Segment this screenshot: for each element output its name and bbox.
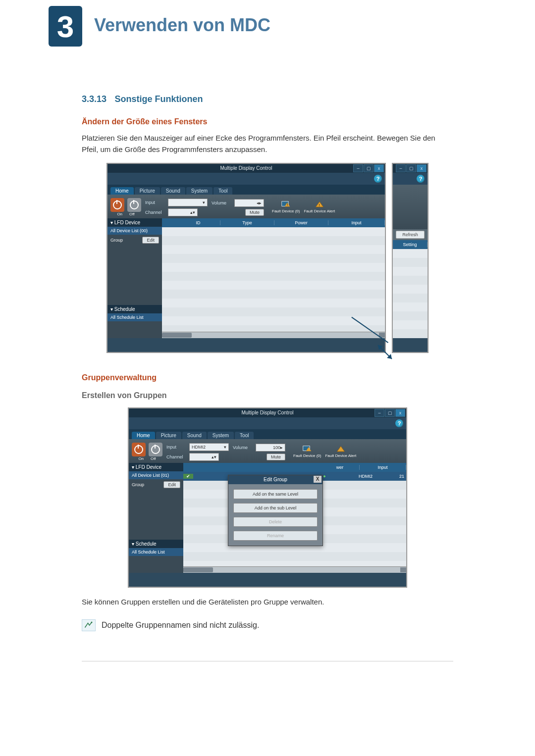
screenshot-resize-wrapper: Multiple Display Control – ▢ x ? Home Pi…: [82, 163, 453, 353]
add-same-level-button[interactable]: Add on the same Level: [233, 489, 318, 499]
scrollbar-thumb[interactable]: [162, 333, 192, 338]
paragraph-resize: Platzieren Sie den Mauszeiger auf einer …: [82, 132, 453, 155]
side-lfd[interactable]: ▾ LFD Device: [129, 463, 183, 471]
side-lfd[interactable]: ▾ LFD Device: [107, 218, 162, 227]
volume-label: Volume: [212, 201, 232, 205]
svg-text:!: !: [287, 203, 288, 206]
power-off-button[interactable]: [127, 198, 141, 212]
paragraph-groups: Sie können Gruppen erstellen und die Ger…: [82, 596, 453, 607]
alert-triangle-icon: [336, 446, 345, 453]
chapter-badge: 3: [49, 6, 82, 47]
side-schedule[interactable]: ▾ Schedule: [107, 305, 162, 313]
minimize-button[interactable]: –: [353, 164, 363, 172]
col-power[interactable]: Power: [274, 220, 328, 225]
alert-triangle-icon: !: [315, 201, 324, 208]
edit-group-dialog: Edit Group X Add on the same Level Add o…: [228, 475, 323, 546]
volume-spin[interactable]: 100 ▸: [256, 444, 285, 452]
tab-home[interactable]: Home: [132, 432, 155, 439]
add-sub-level-button[interactable]: Add on the sub Level: [233, 503, 318, 513]
tab-picture[interactable]: Picture: [156, 432, 181, 439]
side-all-devices[interactable]: All Device List (01): [129, 471, 183, 479]
power-icon: [134, 445, 143, 454]
mute-button[interactable]: Mute: [245, 209, 264, 216]
maximize-button[interactable]: ▢: [406, 164, 416, 172]
tab-tool[interactable]: Tool: [235, 432, 254, 439]
power-icon: [130, 201, 139, 209]
resize-cursor-icon: [375, 342, 395, 362]
side-edit-button[interactable]: Edit: [142, 237, 159, 244]
footer-divider: [82, 661, 453, 661]
chapter-title: Verwenden von MDC: [94, 15, 270, 36]
close-button[interactable]: x: [374, 164, 384, 172]
power-on-button[interactable]: [110, 198, 124, 212]
col-id[interactable]: ID: [176, 220, 220, 225]
mdc-tabs: Home Picture Sound System Tool: [107, 185, 385, 195]
monitor-alert-icon: !: [281, 201, 290, 208]
mute-button[interactable]: Mute: [267, 454, 285, 460]
monitor-alert-icon: [303, 446, 312, 453]
subhead-resize: Ändern der Größe eines Fensters: [82, 117, 453, 126]
maximize-button[interactable]: ▢: [385, 409, 395, 417]
horizontal-scrollbar[interactable]: [183, 566, 406, 573]
tab-home[interactable]: Home: [110, 187, 134, 195]
subhead-groups: Gruppenverwaltung: [82, 373, 453, 382]
fault-device-alert[interactable]: ! Fault Device Alert: [304, 201, 335, 213]
fault-device-alert[interactable]: Fault Device Alert: [325, 446, 356, 458]
help-icon[interactable]: ?: [417, 175, 425, 183]
channel-label: Channel: [145, 210, 166, 215]
dialog-delete-button[interactable]: Delete: [233, 517, 318, 527]
side-edit-button[interactable]: Edit: [163, 481, 180, 488]
col-setting[interactable]: Setting: [393, 242, 428, 247]
refresh-button[interactable]: Refresh: [396, 231, 425, 239]
tab-system[interactable]: System: [208, 432, 234, 439]
side-schedule[interactable]: ▾ Schedule: [129, 540, 183, 548]
device-grid: ID Type Power Input: [162, 218, 385, 338]
power-off-label: Off: [129, 212, 135, 216]
input-combo[interactable]: HDMI2▾: [189, 443, 229, 451]
col-type[interactable]: Type: [220, 220, 274, 225]
side-group-label: Group: [110, 238, 123, 243]
fault-device-count[interactable]: ! Fault Device (0): [272, 201, 300, 213]
horizontal-scrollbar[interactable]: [162, 332, 385, 338]
col-input[interactable]: Input: [328, 220, 385, 225]
scrollbar-right-icon[interactable]: [400, 567, 406, 572]
channel-spin[interactable]: ▴▾: [189, 453, 219, 461]
tab-tool[interactable]: Tool: [214, 187, 232, 195]
tab-picture[interactable]: Picture: [135, 187, 160, 195]
side-all-schedule[interactable]: All Schedule List: [107, 313, 162, 321]
close-button[interactable]: x: [395, 409, 405, 417]
note-icon: [82, 619, 96, 631]
input-combo[interactable]: ▾: [168, 199, 208, 206]
tab-sound[interactable]: Sound: [161, 187, 185, 195]
svg-text:!: !: [319, 203, 320, 207]
side-all-schedule[interactable]: All Schedule List: [129, 548, 183, 556]
fault-device-count[interactable]: Fault Device (0): [293, 446, 321, 458]
minimize-button[interactable]: –: [396, 164, 406, 172]
volume-spin[interactable]: ◂▸: [234, 199, 264, 207]
note-row: Doppelte Gruppennamen sind nicht zulässi…: [82, 619, 453, 631]
power-icon: [151, 445, 160, 454]
dialog-rename-button[interactable]: Rename: [233, 531, 318, 541]
input-label: Input: [166, 445, 187, 450]
subhead-create-groups: Erstellen von Gruppen: [82, 391, 453, 400]
channel-spin[interactable]: ▴▾: [168, 208, 198, 216]
maximize-button[interactable]: ▢: [364, 164, 374, 172]
power-on-button[interactable]: [132, 443, 146, 456]
minimize-button[interactable]: –: [374, 409, 384, 417]
tab-sound[interactable]: Sound: [182, 432, 207, 439]
power-off-button[interactable]: [149, 443, 162, 456]
dialog-close-button[interactable]: X: [314, 476, 321, 483]
power-on-label: On: [117, 212, 122, 216]
help-icon[interactable]: ?: [374, 175, 382, 183]
section-number: 3.3.13: [82, 94, 107, 104]
col-input[interactable]: Input: [360, 465, 406, 470]
window-title: Multiple Display Control: [241, 410, 293, 415]
power-icon: [113, 201, 122, 209]
scrollbar-thumb[interactable]: [183, 567, 213, 572]
tab-system[interactable]: System: [186, 187, 213, 195]
side-group-label: Group: [132, 482, 144, 487]
close-button[interactable]: x: [417, 164, 427, 172]
help-icon[interactable]: ?: [395, 419, 403, 427]
side-all-devices[interactable]: All Device List (00): [107, 227, 162, 235]
row-value: 21: [389, 474, 406, 479]
